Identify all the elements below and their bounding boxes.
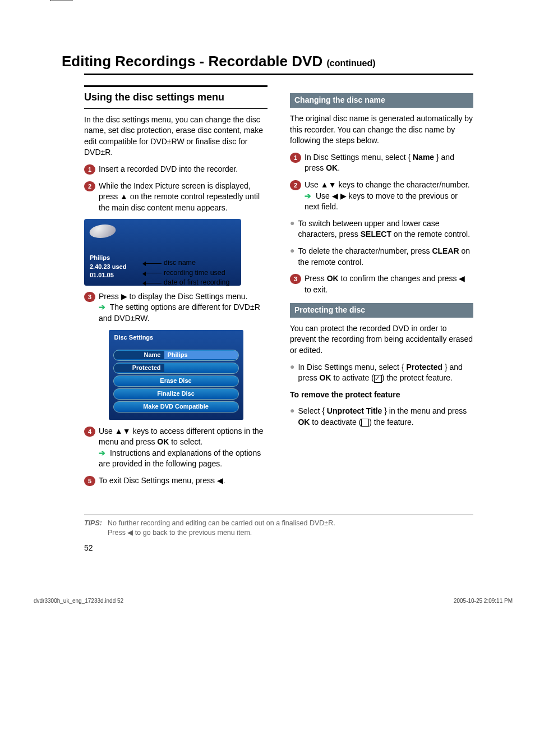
panel-protected-label: Protected bbox=[114, 364, 164, 372]
tips-line-1: No further recording and editing can be … bbox=[108, 519, 335, 529]
panel-row-erase: Erase Disc bbox=[113, 375, 239, 387]
subhead-protecting-disc: Protecting the disc bbox=[290, 303, 473, 318]
footer-right: 2005-10-25 2:09:11 PM bbox=[454, 597, 513, 605]
step-number-icon: 1 bbox=[290, 153, 301, 163]
page-number: 52 bbox=[84, 543, 473, 554]
step-number-icon: 5 bbox=[84, 476, 95, 486]
bullet-switch-case: To switch between upper and lower case c… bbox=[290, 218, 473, 240]
step-2-text: While the Index Picture screen is displa… bbox=[99, 181, 268, 214]
name-label: Name bbox=[413, 153, 434, 162]
intro-text: In the disc settings menu, you can chang… bbox=[84, 114, 268, 158]
step-number-icon: 2 bbox=[84, 181, 95, 191]
tips-line-2: Press ◀ to go back to the previous menu … bbox=[108, 528, 335, 538]
section-disc-settings-menu: Using the disc settings menu bbox=[84, 85, 268, 108]
result-arrow-icon bbox=[99, 303, 108, 311]
cb2-text-a: To delete the character/number, press bbox=[298, 246, 430, 255]
panel-row-protected: Protected bbox=[113, 363, 239, 374]
bullet-remove-protect: Select { Unprotect Title } in the menu a… bbox=[290, 406, 473, 428]
print-footer: dvdr3300h_uk_eng_17233d.indd 52 2005-10-… bbox=[0, 569, 535, 616]
ok-label: OK bbox=[327, 274, 339, 283]
panel-make-label: Make DVD Compatible bbox=[114, 402, 238, 411]
tips-bar: TIPS: No further recording and editing c… bbox=[84, 515, 473, 538]
c1-text-a: In Disc Settings menu, select { bbox=[305, 153, 411, 162]
c3-text-a: Press bbox=[305, 274, 325, 283]
step-number-icon: 1 bbox=[84, 164, 95, 175]
step-2: 2 While the Index Picture screen is disp… bbox=[84, 181, 268, 214]
clear-label: CLEAR bbox=[432, 246, 459, 255]
step-5-text: To exit Disc Settings menu, press ◀. bbox=[99, 475, 268, 487]
protected-label: Protected bbox=[406, 363, 442, 372]
subhead-changing-disc-name: Changing the disc name bbox=[290, 93, 473, 108]
change-step-3: 3 Press OK to confirm the changes and pr… bbox=[290, 273, 473, 295]
pb1-text-c: to activate ( bbox=[333, 373, 373, 382]
change-intro: The original disc name is generated auto… bbox=[290, 113, 473, 146]
disc-content-screenshot: Philips 2.40.23 used 01.01.05 disc name … bbox=[84, 219, 241, 285]
step-4-text-b: to select. bbox=[171, 437, 202, 446]
checkbox-off-icon bbox=[361, 419, 369, 427]
footer-left: dvdr3300h_uk_eng_17233d.indd 52 bbox=[34, 597, 123, 605]
callout-disc-name: disc name bbox=[146, 258, 229, 268]
step-3-note: The setting options are different for DV… bbox=[99, 303, 260, 323]
pb1-text-a: In Disc Settings menu, select { bbox=[298, 363, 404, 372]
cb1-text-b: on the remote control. bbox=[394, 230, 470, 239]
rb-text-d: ) the feature. bbox=[369, 418, 413, 427]
protect-intro: You can protect the recorded DVD in orde… bbox=[290, 323, 473, 356]
callout-date: date of first recording bbox=[146, 278, 229, 288]
ok-label: OK bbox=[320, 373, 331, 382]
step-1-text: Insert a recorded DVD into the recorder. bbox=[99, 164, 268, 175]
panel-erase-label: Erase Disc bbox=[114, 377, 238, 385]
bullet-activate-protect: In Disc Settings menu, select { Protecte… bbox=[290, 362, 473, 384]
step-number-icon: 4 bbox=[84, 427, 95, 437]
rb-text-b: } in the menu and press bbox=[384, 406, 467, 415]
step-number-icon: 3 bbox=[84, 292, 95, 302]
unprotect-title-label: Unprotect Title bbox=[327, 406, 382, 415]
callout-recording-time: recording time used bbox=[146, 268, 229, 278]
change-step-2: 2 Use ▲▼ keys to change the character/nu… bbox=[290, 180, 473, 213]
step-1: 1 Insert a recorded DVD into the recorde… bbox=[84, 164, 268, 175]
rb-text-c: to deactivate ( bbox=[312, 418, 361, 427]
select-label: SELECT bbox=[361, 230, 391, 239]
panel-row-finalize: Finalize Disc bbox=[113, 388, 239, 400]
panel-name-label: Name bbox=[114, 351, 164, 359]
result-arrow-icon bbox=[99, 448, 108, 457]
ok-label: OK bbox=[298, 418, 310, 427]
panel-finalize-label: Finalize Disc bbox=[114, 390, 238, 398]
page-title: Editing Recordings - Recordable DVD (con… bbox=[62, 51, 496, 71]
callout-group: disc name recording time used date of fi… bbox=[146, 258, 229, 288]
rb-text-a: Select { bbox=[298, 406, 324, 415]
step-3: 3 Press ▶ to display the Disc Settings m… bbox=[84, 291, 268, 324]
step-4: 4 Use ▲▼ keys to access different option… bbox=[84, 426, 268, 470]
step-number-icon: 3 bbox=[290, 274, 301, 284]
title-rule bbox=[84, 74, 473, 75]
left-column: Using the disc settings menu In the disc… bbox=[84, 85, 268, 492]
step-number-icon: 2 bbox=[290, 180, 301, 190]
c2-text-a: Use ▲▼ keys to change the character/numb… bbox=[305, 180, 470, 189]
panel-row-name: Name Philips bbox=[113, 350, 239, 361]
panel-title: Disc Settings bbox=[109, 330, 243, 345]
pb1-text-d: ) the protect feature. bbox=[382, 373, 453, 382]
disc-settings-panel: Disc Settings Name Philips Protected Era… bbox=[108, 329, 244, 420]
disc-icon bbox=[87, 224, 118, 238]
title-continued: (continued) bbox=[326, 58, 375, 68]
step-4-note: Instructions and explanations of the opt… bbox=[99, 448, 261, 469]
remove-protect-head: To remove the protect feature bbox=[290, 390, 400, 399]
result-arrow-icon bbox=[305, 191, 313, 200]
panel-row-make-compatible: Make DVD Compatible bbox=[113, 401, 239, 413]
tips-label: TIPS: bbox=[84, 519, 102, 538]
step-5: 5 To exit Disc Settings menu, press ◀. bbox=[84, 475, 268, 487]
bullet-delete-char: To delete the character/number, press CL… bbox=[290, 246, 473, 268]
right-column: Changing the disc name The original disc… bbox=[290, 85, 473, 492]
panel-name-value: Philips bbox=[164, 351, 238, 359]
ok-label: OK bbox=[157, 437, 169, 446]
c2-text-b: Use ◀ ▶ keys to move to the previous or … bbox=[305, 191, 458, 212]
change-step-1: 1 In Disc Settings menu, select { Name }… bbox=[290, 152, 473, 174]
ok-label: OK bbox=[326, 163, 338, 172]
checkbox-on-icon bbox=[374, 375, 382, 383]
title-main: Editing Recordings - Recordable DVD bbox=[62, 53, 322, 70]
step-3-text: Press ▶ to display the Disc Settings men… bbox=[99, 292, 247, 301]
